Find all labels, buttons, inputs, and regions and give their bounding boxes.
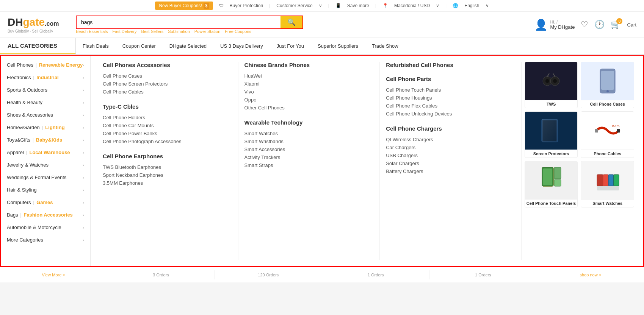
link-tws[interactable]: TWS Bluetooth Earphones xyxy=(103,163,232,171)
nav-dhgate-selected[interactable]: DHgate Selected xyxy=(163,39,213,53)
nav-just-for-you[interactable]: Just For You xyxy=(270,39,311,53)
nav-flash-deals[interactable]: Flash Deals xyxy=(76,39,116,53)
bottom-item-5: 1 Orders xyxy=(429,270,537,279)
link-phone-holders[interactable]: Cell Phone Holders xyxy=(103,114,232,122)
history-button[interactable]: 🕐 xyxy=(594,20,605,30)
sidebar-item-cell-phones[interactable]: Cell Phones | Renewable Energy › xyxy=(1,59,90,71)
sidebar-item-sports[interactable]: Sports & Outdoors › xyxy=(1,84,90,96)
link-unlocking[interactable]: Cell Phone Unlocking Devices xyxy=(386,110,515,118)
quick-link-fast[interactable]: Fast Delivery xyxy=(112,29,136,34)
nav-trade-show[interactable]: Trade Show xyxy=(365,39,405,53)
dropdown-col3: Refurbished Cell Phones Cell Phone Parts… xyxy=(380,62,522,260)
sidebar-item-jewelry[interactable]: Jewelry & Watches › xyxy=(1,159,90,171)
earphones-section: Cell Phone Earphones TWS Bluetooth Earph… xyxy=(103,153,232,187)
link-phone-cables[interactable]: Cell Phone Cables xyxy=(103,88,232,96)
shop-now-link[interactable]: shop now > xyxy=(580,273,602,277)
link-vivo[interactable]: Vivo xyxy=(244,88,374,96)
nav-us3days[interactable]: US 3 Days Delivery xyxy=(213,39,270,53)
quick-link-power[interactable]: Power Station xyxy=(194,29,220,34)
product-card-smart-watches[interactable]: Smart Watches xyxy=(581,161,634,207)
customer-service-link[interactable]: Customer Service xyxy=(276,3,312,8)
search-quick-links: Beach Essentials Fast Delivery Best Sell… xyxy=(76,29,311,34)
chevron-right-icon: › xyxy=(83,175,84,180)
search-button[interactable]: 🔍 xyxy=(280,16,302,28)
link-activity-trackers[interactable]: Activity Trackers xyxy=(244,153,374,161)
nav-links: Flash Deals Coupon Center DHgate Selecte… xyxy=(76,38,405,54)
all-categories-button[interactable]: ALL CATEGORIES xyxy=(0,38,76,54)
product-card-tws[interactable]: TWS xyxy=(525,62,578,108)
sidebar-item-electronics[interactable]: Electronics | Industrial › xyxy=(1,71,90,84)
link-35mm[interactable]: 3.5MM Earphones xyxy=(103,179,232,187)
chargers-section: Cell Phone Chargers QI Wireless Chargers… xyxy=(386,125,515,175)
location-link[interactable]: Macedonia / USD xyxy=(394,3,430,8)
sidebar-item-computers[interactable]: Computers | Games › xyxy=(1,196,90,209)
link-car-chargers[interactable]: Car Chargers xyxy=(386,143,515,151)
quick-link-beach[interactable]: Beach Essentials xyxy=(76,29,108,34)
cart-label[interactable]: Cart xyxy=(627,22,636,28)
smart-watches-label: Smart Watches xyxy=(581,199,634,207)
link-smart-straps[interactable]: Smart Straps xyxy=(244,161,374,169)
chevron-right-icon: › xyxy=(83,100,84,105)
link-oppo[interactable]: Oppo xyxy=(244,96,374,104)
link-smart-accessories[interactable]: Smart Accessories xyxy=(244,145,374,153)
coupon-button[interactable]: New Buyer Coupons! $ xyxy=(155,2,213,10)
language-link[interactable]: English xyxy=(464,3,479,8)
buyer-protection-link[interactable]: Buyer Protection xyxy=(230,3,263,8)
nav-superior-suppliers[interactable]: Superior Suppliers xyxy=(311,39,365,53)
sidebar-item-apparel[interactable]: Apparel | Local Warehouse › xyxy=(1,146,90,159)
save-more-link[interactable]: Save more xyxy=(347,3,369,8)
wishlist-button[interactable]: ♡ xyxy=(581,20,588,30)
link-photo-accessories[interactable]: Cell Phone Photograph Accessories xyxy=(103,137,232,145)
sidebar-item-weddings[interactable]: Weddings & Formal Events › xyxy=(1,171,90,184)
chevron-down-icon: ∨ xyxy=(319,3,322,8)
product-card-touch-panels[interactable]: Cell Phone Touch Panels xyxy=(525,161,578,207)
view-more-link[interactable]: View More > xyxy=(42,273,65,277)
chevron-down-icon3: ∨ xyxy=(486,3,489,8)
svg-point-3 xyxy=(553,79,557,83)
sidebar-item-bags[interactable]: Bags | Fashion Accessories › xyxy=(1,209,90,221)
link-car-mounts[interactable]: Cell Phone Car Mounts xyxy=(103,122,232,129)
product-card-phone-cables[interactable]: TOPK Phone Cables xyxy=(581,111,634,158)
sidebar-item-automobile[interactable]: Automobile & Motorcycle › xyxy=(1,221,90,234)
search-input[interactable] xyxy=(77,16,280,28)
logo[interactable]: DH gate .com xyxy=(8,16,68,28)
link-power-banks[interactable]: Cell Phone Power Banks xyxy=(103,129,232,137)
svg-line-5 xyxy=(553,73,555,76)
orders-count-2: 120 Orders xyxy=(258,273,279,277)
sidebar-item-health[interactable]: Health & Beauty › xyxy=(1,96,90,109)
link-battery-chargers[interactable]: Battery Chargers xyxy=(386,167,515,175)
link-flex-cables[interactable]: Cell Phone Flex Cables xyxy=(386,102,515,110)
sidebar-item-home[interactable]: Home&Garden | Lighting › xyxy=(1,121,90,134)
cart-button[interactable]: 🛒 0 xyxy=(611,20,621,30)
link-neckband[interactable]: Sport Neckband Earphones xyxy=(103,171,232,179)
quick-link-best[interactable]: Best Sellers xyxy=(141,29,164,34)
chevron-down-icon2: ∨ xyxy=(436,3,439,8)
svg-rect-12 xyxy=(595,129,598,133)
link-huawei[interactable]: HuaWei xyxy=(244,72,374,80)
link-usb-chargers[interactable]: USB Chargers xyxy=(386,151,515,159)
link-smart-watches[interactable]: Smart Watches xyxy=(244,129,374,137)
sidebar-item-more[interactable]: More Categories › xyxy=(1,234,90,246)
link-xiaomi[interactable]: Xiaomi xyxy=(244,80,374,88)
nav-coupon-center[interactable]: Coupon Center xyxy=(116,39,163,53)
sidebar-item-hair[interactable]: Hair & Styling › xyxy=(1,184,90,196)
link-qi-wireless[interactable]: QI Wireless Chargers xyxy=(386,136,515,143)
product-card-phone-cases[interactable]: Cell Phone Cases xyxy=(581,62,634,108)
quick-link-sub[interactable]: Sublimation xyxy=(168,29,190,34)
link-solar-chargers[interactable]: Solar Chargers xyxy=(386,159,515,167)
quick-link-free[interactable]: Free Coupons xyxy=(225,29,251,34)
account-label[interactable]: My DHgate xyxy=(550,24,575,30)
account-avatar: 👤 xyxy=(534,19,548,31)
link-housings[interactable]: Cell Phone Housings xyxy=(386,94,515,102)
chevron-right-icon: › xyxy=(83,138,84,142)
svg-rect-13 xyxy=(617,129,620,133)
sidebar-item-toys[interactable]: Toys&Gifts | Baby&Kids › xyxy=(1,134,90,146)
link-screen-protectors[interactable]: Cell Phone Screen Protectors xyxy=(103,80,232,88)
link-other-phones[interactable]: Other Cell Phones xyxy=(244,104,374,112)
link-touch-panels[interactable]: Cell Phone Touch Panels xyxy=(386,86,515,94)
link-phone-cases[interactable]: Cell Phone Cases xyxy=(103,72,232,80)
link-smart-wristbands[interactable]: Smart Wristbands xyxy=(244,137,374,145)
typec-section: Type-C Cbles Cell Phone Holders Cell Pho… xyxy=(103,103,232,145)
sidebar-item-shoes[interactable]: Shoes & Accessories › xyxy=(1,109,90,121)
product-card-screen-protectors[interactable]: Screen Protectors xyxy=(525,111,578,158)
